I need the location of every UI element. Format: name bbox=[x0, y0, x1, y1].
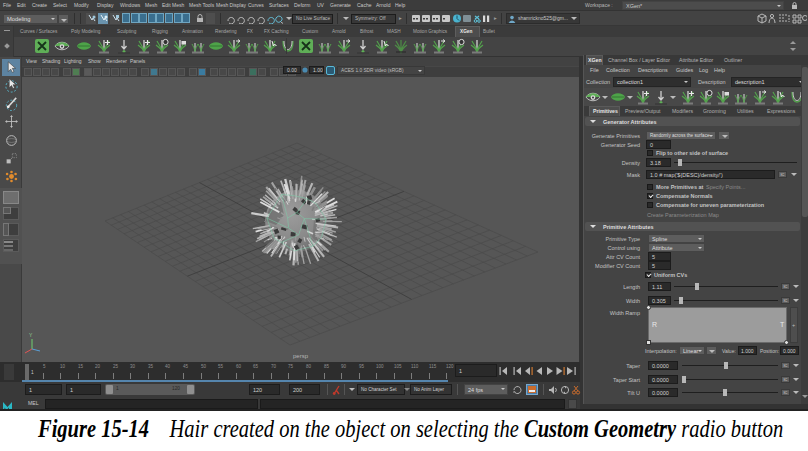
svg-text:persp: persp bbox=[293, 353, 309, 359]
svg-text:Y: Y bbox=[29, 332, 33, 338]
